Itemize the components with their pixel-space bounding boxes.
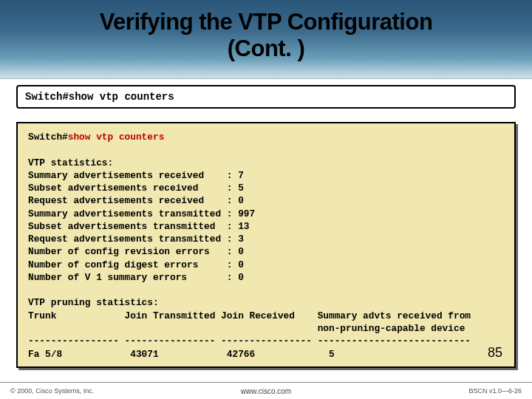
command-prompt: Switch#	[25, 91, 69, 103]
footer-copyright: © 2000, Cisco Systems, Inc.	[10, 387, 94, 395]
command-syntax-box: Switch#show vtp counters	[16, 85, 516, 109]
slide-footer: © 2000, Cisco Systems, Inc. www.cisco.co…	[0, 382, 532, 399]
stat-row: Subset advertisements received : 5	[28, 183, 244, 194]
slide-header: Verifying the VTP Configuration (Cont. )	[0, 0, 532, 79]
page-number: 85	[488, 344, 502, 361]
stat-row: Summary advertisements received : 7	[28, 170, 244, 181]
footer-course-code: BSCN v1.0—6-26	[468, 387, 522, 395]
stat-row: Number of config digest errors : 0	[28, 259, 244, 270]
vtp-stats-header: VTP statistics:	[28, 157, 113, 168]
footer-url: www.cisco.com	[241, 387, 291, 395]
pruning-table-row: Fa 5/8 43071 42766 5	[28, 349, 335, 360]
stat-row: Request advertisements transmitted : 3	[28, 233, 244, 245]
stat-row: Subset advertisements transmitted : 13	[28, 221, 250, 232]
command-text: show vtp counters	[69, 91, 174, 103]
stat-row: Request advertisements received : 0	[28, 195, 244, 206]
pruning-table-divider: ---------------- ---------------- ------…	[28, 335, 471, 347]
slide-title: Verifying the VTP Configuration (Cont. )	[0, 0, 532, 61]
stat-row: Number of config revision errors : 0	[28, 246, 244, 257]
stat-row: Number of V 1 summary errors : 0	[28, 272, 244, 283]
pruning-stats-header: VTP pruning statistics:	[28, 297, 159, 308]
terminal-command: show vtp counters	[68, 132, 165, 143]
pruning-table-header: Trunk Join Transmitted Join Received Sum…	[28, 310, 471, 334]
title-line-1: Verifying the VTP Configuration	[100, 9, 433, 35]
stat-row: Summary advertisements transmitted : 997	[28, 208, 255, 219]
terminal-output: Switch#show vtp counters VTP statistics:…	[16, 122, 516, 368]
terminal-prompt: Switch#	[28, 132, 68, 143]
title-line-2: (Cont. )	[228, 35, 304, 61]
